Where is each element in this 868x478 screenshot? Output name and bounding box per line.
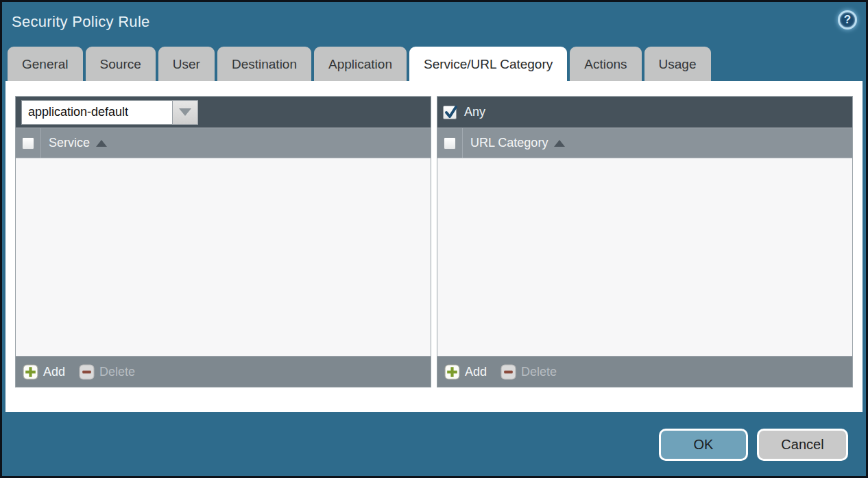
content-area: Service Add Dele <box>5 81 863 412</box>
service-toolbar <box>16 97 431 128</box>
service-panel: Service Add Dele <box>15 96 431 387</box>
url-category-list-body <box>437 158 852 356</box>
tab-application[interactable]: Application <box>314 47 407 81</box>
service-column-header[interactable]: Service <box>41 128 107 158</box>
url-category-column-label: URL Category <box>470 136 548 150</box>
tab-source[interactable]: Source <box>86 47 156 81</box>
plus-icon <box>444 364 460 380</box>
any-label: Any <box>464 105 485 119</box>
tab-user[interactable]: User <box>158 47 215 81</box>
add-label: Add <box>43 365 65 379</box>
url-category-select-all-cell <box>437 128 463 158</box>
service-select-all-cell <box>16 128 41 158</box>
service-type-input[interactable] <box>21 100 172 125</box>
security-policy-rule-dialog: Security Policy Rule ? General Source Us… <box>0 0 868 478</box>
tab-actions[interactable]: Actions <box>570 47 641 81</box>
any-option: Any <box>443 105 485 119</box>
delete-label: Delete <box>521 365 557 379</box>
service-footer: Add Delete <box>16 356 431 387</box>
delete-label: Delete <box>99 365 135 379</box>
service-header-row: Service <box>16 128 431 158</box>
dialog-footer: OK Cancel <box>659 429 848 461</box>
service-type-dropdown <box>21 100 198 125</box>
sort-ascending-icon <box>96 140 107 147</box>
service-list-body <box>16 158 431 356</box>
tab-service-url-category[interactable]: Service/URL Category <box>409 47 567 81</box>
minus-icon <box>79 364 95 380</box>
any-checkbox[interactable] <box>443 106 457 119</box>
url-category-panel: Any URL Category Add <box>437 96 853 387</box>
checkmark-icon <box>444 105 459 120</box>
tab-bar: General Source User Destination Applicat… <box>2 47 866 81</box>
url-category-add-button[interactable]: Add <box>444 364 487 380</box>
url-category-delete-button[interactable]: Delete <box>501 364 557 380</box>
url-category-header-row: URL Category <box>437 128 852 158</box>
ok-button[interactable]: OK <box>659 429 748 461</box>
url-category-column-header[interactable]: URL Category <box>463 128 565 158</box>
tab-usage[interactable]: Usage <box>644 47 711 81</box>
tab-destination[interactable]: Destination <box>217 47 311 81</box>
add-label: Add <box>465 365 487 379</box>
service-column-label: Service <box>49 136 90 150</box>
service-delete-button[interactable]: Delete <box>79 364 135 380</box>
chevron-down-icon <box>179 108 191 116</box>
tab-general[interactable]: General <box>8 47 83 81</box>
url-category-toolbar: Any <box>437 97 852 128</box>
sort-ascending-icon <box>554 140 565 147</box>
page-title: Security Policy Rule <box>12 13 150 31</box>
minus-icon <box>501 364 516 380</box>
service-select-all-checkbox[interactable] <box>22 137 34 150</box>
url-category-footer: Add Delete <box>437 356 852 387</box>
service-add-button[interactable]: Add <box>23 364 65 380</box>
titlebar: Security Policy Rule ? <box>2 2 866 47</box>
cancel-button[interactable]: Cancel <box>757 429 848 461</box>
service-type-dropdown-button[interactable] <box>172 100 198 125</box>
url-category-select-all-checkbox[interactable] <box>444 137 456 150</box>
help-icon[interactable]: ? <box>838 10 857 29</box>
plus-icon <box>23 364 38 380</box>
